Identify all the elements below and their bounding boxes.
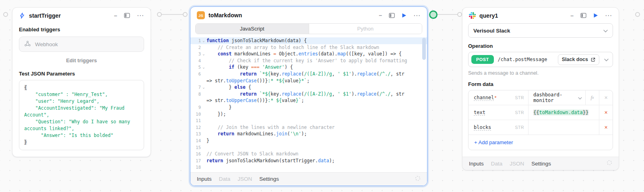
collapse-button[interactable]: – [570, 13, 574, 18]
code-token [206, 131, 218, 137]
param-value-input[interactable] [528, 120, 599, 135]
delete-param-button[interactable]: × [599, 90, 613, 105]
connector-port[interactable] [457, 12, 462, 17]
edit-triggers-button[interactable]: Edit triggers [19, 52, 144, 68]
webhook-trigger-chip[interactable]: Webhook [19, 37, 144, 52]
code-row[interactable]: 3⌄ const markdownLines = Object.entries(… [190, 51, 427, 57]
param-key-cell[interactable]: channel* STR [469, 90, 528, 105]
workflow-canvas[interactable]: startTrigger – ⋯ Enabled triggers Webhoo… [0, 0, 644, 192]
refresh-spinner-icon[interactable] [607, 160, 612, 167]
tab-javascript[interactable]: JavaScript [196, 24, 309, 34]
code-row[interactable]: 13 return markdownLines.join('\n'); [190, 131, 427, 137]
code-row[interactable]: 1⌄function jsonToSlackMarkdown(data) { [190, 37, 427, 44]
connector-port[interactable] [635, 12, 640, 17]
connector-port[interactable] [183, 12, 188, 17]
line-number: 1 [190, 37, 201, 44]
fold-chevron-icon[interactable]: ⌄ [201, 37, 206, 44]
code-row[interactable]: 6 return `*${key.replace(/([A-Z])/g, ' $… [190, 71, 427, 78]
to-markdown-block[interactable]: JS toMarkdown – ⋯ JavaScript Python 1⌄fu… [190, 6, 427, 186]
panel-toggle-icon[interactable] [389, 13, 395, 18]
code-row[interactable]: 5⌄ if (key === 'Answer') { [190, 64, 427, 71]
resource-select[interactable]: Verisoul Slack [468, 23, 613, 38]
footer-tab-data[interactable]: Data [219, 176, 231, 182]
code-token: :* *${ [268, 78, 285, 84]
code-row[interactable]: 10 }); [190, 111, 427, 118]
more-options-button[interactable]: ⋯ [137, 12, 144, 19]
panel-toggle-icon[interactable] [580, 13, 586, 18]
connector-port[interactable] [3, 12, 8, 17]
code-row[interactable]: 18 [190, 164, 427, 171]
param-value-input[interactable]: {{toMarkdown.data}} [528, 105, 599, 120]
footer-tab-settings[interactable]: Settings [531, 161, 551, 167]
footer-tab-inputs[interactable]: Inputs [469, 161, 484, 167]
code-row[interactable]: 16// Convert JSON to Slack markdown [190, 151, 427, 157]
code-row[interactable]: 15 [190, 144, 427, 151]
code-row[interactable]: 9 } [190, 104, 427, 111]
footer-tab-data[interactable]: Data [491, 161, 503, 167]
start-trigger-block[interactable]: startTrigger – ⋯ Enabled triggers Webhoo… [12, 7, 151, 157]
code-token: ); [329, 158, 335, 163]
delete-param-button[interactable]: × [599, 105, 613, 120]
code-row[interactable]: 2 // Create an array to hold each line o… [190, 44, 427, 51]
code-row[interactable]: 14} [190, 137, 427, 144]
block-header[interactable]: startTrigger – ⋯ [12, 8, 151, 22]
code-row[interactable]: 11 [190, 117, 427, 124]
collapse-button[interactable]: – [379, 12, 382, 18]
code-line: return markdownLines.join('\n'); [206, 131, 427, 137]
operation-select[interactable]: POST /chat.postMessage Slack docs [468, 52, 613, 67]
test-json-editor[interactable]: { "customer" : "Henry_Test", "user": "He… [19, 80, 144, 150]
code-row[interactable]: 8 return `*${key.replace(/([A-Z])/g, ' $… [190, 91, 427, 98]
code-token: (([key, value]) => { [346, 51, 401, 57]
footer-tab-inputs[interactable]: Inputs [197, 176, 212, 182]
line-number: 3 [190, 51, 201, 57]
footer-tab-settings[interactable]: Settings [259, 176, 279, 182]
scrollbar-thumb[interactable] [422, 38, 426, 60]
run-button[interactable] [402, 13, 407, 18]
run-button[interactable] [593, 13, 598, 18]
fold-chevron-icon[interactable]: ⌄ [201, 64, 206, 71]
code-token [206, 51, 218, 57]
panel-toggle-icon[interactable] [124, 13, 130, 18]
add-parameter-button[interactable]: + Add parameter [469, 135, 613, 150]
code-token: const [218, 51, 232, 57]
param-key-cell[interactable]: blocks STR [469, 120, 528, 135]
fx-toggle-button[interactable]: fx [585, 90, 599, 105]
connector-port-active[interactable] [429, 10, 438, 19]
more-options-button[interactable]: ⋯ [605, 12, 612, 19]
block-header[interactable]: query1 – ⋯ [462, 8, 619, 22]
delete-param-button[interactable]: × [599, 120, 613, 135]
refresh-spinner-icon[interactable] [415, 176, 421, 183]
code-editor[interactable]: 1⌄function jsonToSlackMarkdown(data) {2 … [190, 37, 427, 172]
code-row[interactable]: => str.toUpperCase())}:* ${value}`; [190, 97, 427, 104]
fold-gutter [201, 157, 206, 164]
more-options-button[interactable]: ⋯ [413, 12, 421, 19]
code-line: return `*${key.replace(/([A-Z])/g, ' $1'… [206, 91, 427, 98]
code-row[interactable]: 4 // Check if the current key is 'Answer… [190, 57, 427, 64]
code-token: replace [357, 71, 376, 77]
connector-port[interactable] [157, 12, 162, 17]
code-row[interactable]: 17return jsonToSlackMarkdown(startTrigge… [190, 157, 427, 164]
fold-gutter [201, 117, 206, 124]
fold-gutter [201, 78, 206, 84]
param-value-dropdown[interactable]: dashboard-monitor [528, 90, 585, 105]
footer-tab-json[interactable]: JSON [510, 161, 524, 167]
footer-tab-json[interactable]: JSON [237, 176, 252, 182]
tab-python[interactable]: Python [309, 24, 422, 34]
collapse-button[interactable]: – [114, 13, 117, 18]
param-key-cell[interactable]: text STR [469, 105, 528, 120]
block-header[interactable]: JS toMarkdown – ⋯ [190, 7, 427, 23]
json-token: "customer" : "Henry_Test", [24, 92, 108, 97]
query1-block[interactable]: query1 – ⋯ Verisoul Slack Operation [462, 7, 619, 170]
code-token: /^./ [379, 71, 390, 77]
code-token: /^./ [379, 91, 390, 97]
code-token: function [206, 38, 229, 43]
fold-chevron-icon[interactable]: ⌄ [201, 84, 206, 91]
code-row[interactable]: 7⌄ } else { [190, 84, 427, 91]
fold-chevron-icon[interactable]: ⌄ [201, 51, 206, 57]
code-row[interactable]: 12 // Join the lines with a newline char… [190, 124, 427, 131]
line-number: 10 [190, 111, 201, 118]
code-line: return `*${key.replace(/([A-Z])/g, ' $1'… [206, 71, 427, 78]
code-row[interactable]: => str.toUpperCase())}:* *${value}*`; [190, 78, 427, 84]
slack-docs-button[interactable]: Slack docs [558, 54, 599, 65]
line-number: 16 [190, 151, 201, 157]
